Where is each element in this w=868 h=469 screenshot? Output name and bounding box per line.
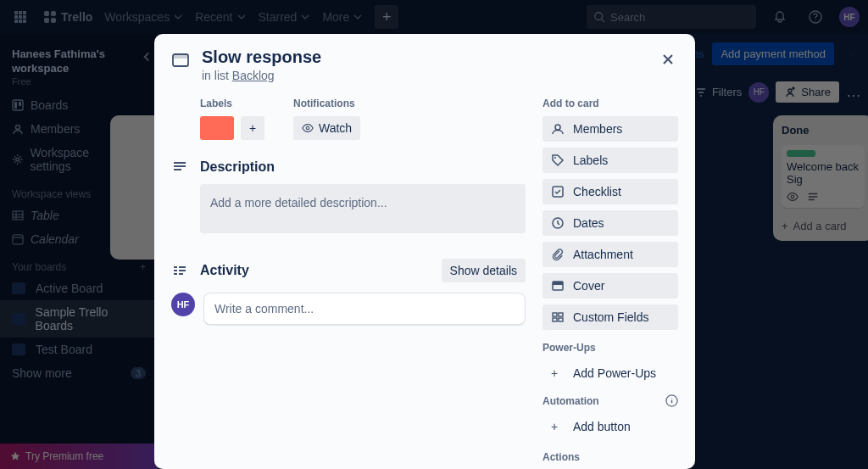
svg-rect-32	[559, 313, 563, 316]
description-header: Description	[200, 159, 275, 175]
show-details-button[interactable]: Show details	[442, 259, 526, 282]
add-powerups-button[interactable]: + Add Power-Ups	[542, 360, 678, 386]
side-attachment-button[interactable]: Attachment	[542, 242, 678, 267]
card-icon	[171, 51, 190, 70]
eye-icon	[302, 122, 314, 134]
svg-point-25	[555, 125, 560, 130]
automation-header: Automation	[542, 395, 599, 407]
svg-point-26	[554, 157, 556, 159]
add-automation-button[interactable]: + Add button	[542, 414, 678, 439]
comment-placeholder: Write a comment...	[214, 302, 314, 315]
activity-icon	[171, 262, 188, 279]
attachment-icon	[551, 248, 565, 261]
clock-icon	[551, 216, 565, 230]
side-dates-button[interactable]: Dates	[542, 210, 678, 236]
card-modal: Slow response in list Backlog Labels +	[154, 34, 695, 469]
actions-header: Actions	[542, 451, 678, 463]
checklist-icon	[551, 185, 565, 198]
description-placeholder: Add a more detailed description...	[210, 196, 387, 209]
label-chip-red[interactable]	[200, 116, 234, 140]
svg-rect-30	[553, 282, 563, 285]
cover-icon	[551, 279, 565, 293]
svg-rect-34	[559, 318, 563, 321]
svg-rect-31	[553, 313, 557, 316]
powerups-header: Power-Ups	[542, 342, 678, 354]
side-custom-fields-button[interactable]: Custom Fields	[542, 304, 678, 330]
activity-header: Activity	[200, 263, 249, 278]
svg-rect-33	[553, 318, 557, 321]
side-cover-button[interactable]: Cover	[542, 273, 678, 299]
members-icon	[551, 122, 565, 136]
card-title[interactable]: Slow response	[202, 47, 321, 67]
add-label-button[interactable]: +	[241, 116, 264, 140]
list-link[interactable]: Backlog	[232, 69, 275, 82]
labels-header: Labels	[200, 98, 264, 109]
labels-icon	[551, 154, 565, 167]
fields-icon	[551, 310, 565, 324]
notifications-header: Notifications	[293, 98, 360, 109]
comment-input[interactable]: Write a comment...	[203, 293, 526, 325]
side-members-button[interactable]: Members	[542, 116, 678, 142]
watch-button[interactable]: Watch	[293, 116, 360, 140]
description-icon	[171, 159, 188, 176]
description-input[interactable]: Add a more detailed description...	[200, 184, 526, 233]
svg-point-24	[306, 126, 309, 130]
card-side-panel: Add to card Members Labels Checklist Dat…	[542, 98, 678, 469]
add-to-card-header: Add to card	[542, 98, 678, 109]
in-list-prefix: in list	[202, 69, 232, 82]
svg-rect-23	[173, 54, 188, 59]
close-modal-button[interactable]	[654, 46, 682, 73]
automation-info-icon[interactable]	[665, 394, 678, 407]
side-labels-button[interactable]: Labels	[542, 148, 678, 173]
plus-icon: +	[551, 420, 565, 433]
plus-icon: +	[551, 366, 565, 380]
side-checklist-button[interactable]: Checklist	[542, 179, 678, 204]
comment-avatar: HF	[171, 293, 195, 316]
